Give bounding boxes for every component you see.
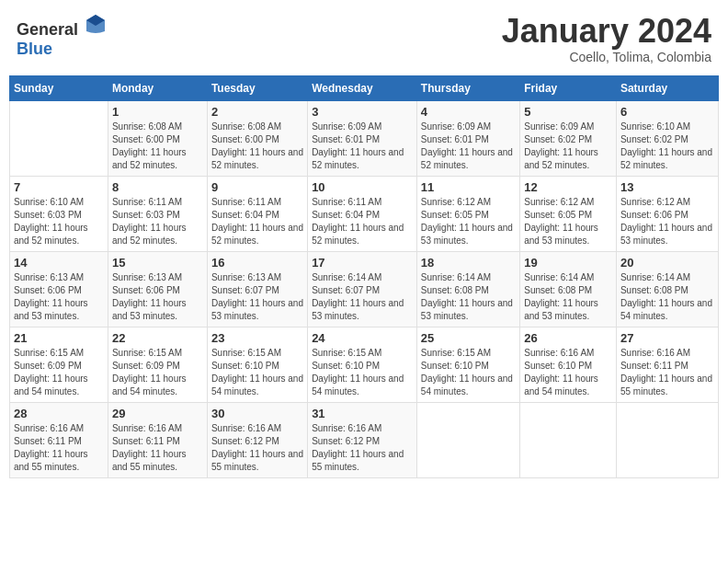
day-number: 26	[524, 331, 612, 345]
column-header-friday: Friday	[520, 75, 617, 100]
calendar-cell: 31Sunrise: 6:16 AMSunset: 6:12 PMDayligh…	[308, 402, 417, 477]
day-number: 21	[14, 331, 104, 345]
calendar-cell: 26Sunrise: 6:16 AMSunset: 6:10 PMDayligh…	[520, 327, 617, 402]
calendar-cell: 18Sunrise: 6:14 AMSunset: 6:08 PMDayligh…	[416, 251, 519, 327]
day-number: 20	[620, 256, 714, 270]
page-header: General Blue January 2024 Coello, Tolima…	[9, 9, 719, 68]
calendar-week-row: 14Sunrise: 6:13 AMSunset: 6:06 PMDayligh…	[10, 251, 719, 327]
calendar-cell: 25Sunrise: 6:15 AMSunset: 6:10 PMDayligh…	[416, 327, 519, 402]
day-number: 24	[312, 331, 413, 345]
calendar-table: SundayMondayTuesdayWednesdayThursdayFrid…	[9, 75, 719, 478]
day-info: Sunrise: 6:16 AMSunset: 6:11 PMDaylight:…	[112, 422, 203, 474]
day-info: Sunrise: 6:15 AMSunset: 6:09 PMDaylight:…	[14, 347, 104, 398]
logo: General Blue	[17, 13, 107, 59]
day-number: 30	[211, 407, 303, 420]
calendar-cell: 8Sunrise: 6:11 AMSunset: 6:03 PMDaylight…	[108, 176, 207, 251]
day-info: Sunrise: 6:16 AMSunset: 6:10 PMDaylight:…	[524, 347, 612, 398]
day-number: 8	[112, 180, 203, 194]
calendar-cell: 27Sunrise: 6:16 AMSunset: 6:11 PMDayligh…	[616, 327, 718, 402]
day-info: Sunrise: 6:15 AMSunset: 6:10 PMDaylight:…	[421, 347, 516, 398]
day-info: Sunrise: 6:15 AMSunset: 6:10 PMDaylight:…	[211, 347, 303, 398]
day-number: 14	[14, 256, 104, 270]
calendar-cell: 15Sunrise: 6:13 AMSunset: 6:06 PMDayligh…	[108, 251, 207, 327]
calendar-cell: 19Sunrise: 6:14 AMSunset: 6:08 PMDayligh…	[520, 251, 617, 327]
day-number: 16	[211, 256, 303, 270]
day-info: Sunrise: 6:13 AMSunset: 6:07 PMDaylight:…	[211, 271, 303, 323]
column-header-monday: Monday	[108, 75, 207, 100]
day-info: Sunrise: 6:16 AMSunset: 6:12 PMDaylight:…	[312, 422, 413, 474]
day-info: Sunrise: 6:12 AMSunset: 6:05 PMDaylight:…	[524, 196, 612, 247]
calendar-cell: 28Sunrise: 6:16 AMSunset: 6:11 PMDayligh…	[10, 402, 108, 477]
day-info: Sunrise: 6:09 AMSunset: 6:01 PMDaylight:…	[421, 121, 516, 172]
day-info: Sunrise: 6:08 AMSunset: 6:00 PMDaylight:…	[211, 121, 303, 172]
calendar-week-row: 28Sunrise: 6:16 AMSunset: 6:11 PMDayligh…	[10, 402, 719, 477]
day-info: Sunrise: 6:14 AMSunset: 6:08 PMDaylight:…	[524, 271, 612, 323]
logo-icon	[85, 13, 107, 35]
column-header-tuesday: Tuesday	[207, 75, 307, 100]
logo-blue: Blue	[17, 40, 52, 58]
calendar-cell: 16Sunrise: 6:13 AMSunset: 6:07 PMDayligh…	[207, 251, 307, 327]
logo-general: General	[17, 20, 78, 39]
calendar-week-row: 1Sunrise: 6:08 AMSunset: 6:00 PMDaylight…	[10, 100, 719, 176]
day-number: 28	[14, 407, 104, 420]
calendar-week-row: 7Sunrise: 6:10 AMSunset: 6:03 PMDaylight…	[10, 176, 719, 251]
day-number: 10	[312, 180, 413, 194]
day-number: 18	[421, 256, 516, 270]
day-info: Sunrise: 6:10 AMSunset: 6:03 PMDaylight:…	[14, 196, 104, 247]
day-number: 17	[312, 256, 413, 270]
calendar-cell: 13Sunrise: 6:12 AMSunset: 6:06 PMDayligh…	[616, 176, 718, 251]
calendar-cell: 6Sunrise: 6:10 AMSunset: 6:02 PMDaylight…	[616, 100, 718, 176]
day-number: 2	[211, 105, 303, 119]
calendar-cell	[520, 402, 617, 477]
column-header-sunday: Sunday	[10, 75, 108, 100]
day-info: Sunrise: 6:11 AMSunset: 6:04 PMDaylight:…	[312, 196, 413, 247]
calendar-cell: 3Sunrise: 6:09 AMSunset: 6:01 PMDaylight…	[308, 100, 417, 176]
day-number: 13	[620, 180, 714, 194]
day-info: Sunrise: 6:16 AMSunset: 6:11 PMDaylight:…	[620, 347, 714, 398]
day-info: Sunrise: 6:12 AMSunset: 6:05 PMDaylight:…	[421, 196, 516, 247]
day-info: Sunrise: 6:15 AMSunset: 6:09 PMDaylight:…	[112, 347, 203, 398]
calendar-cell: 2Sunrise: 6:08 AMSunset: 6:00 PMDaylight…	[207, 100, 307, 176]
calendar-cell: 22Sunrise: 6:15 AMSunset: 6:09 PMDayligh…	[108, 327, 207, 402]
day-number: 4	[421, 105, 516, 119]
day-number: 25	[421, 331, 516, 345]
calendar-cell: 30Sunrise: 6:16 AMSunset: 6:12 PMDayligh…	[207, 402, 307, 477]
day-info: Sunrise: 6:14 AMSunset: 6:08 PMDaylight:…	[421, 271, 516, 323]
calendar-cell: 12Sunrise: 6:12 AMSunset: 6:05 PMDayligh…	[520, 176, 617, 251]
calendar-cell	[416, 402, 519, 477]
column-header-thursday: Thursday	[416, 75, 519, 100]
month-title: January 2024	[502, 13, 711, 50]
calendar-cell: 4Sunrise: 6:09 AMSunset: 6:01 PMDaylight…	[416, 100, 519, 176]
calendar-cell: 20Sunrise: 6:14 AMSunset: 6:08 PMDayligh…	[616, 251, 718, 327]
title-section: January 2024 Coello, Tolima, Colombia	[502, 13, 711, 64]
calendar-cell: 11Sunrise: 6:12 AMSunset: 6:05 PMDayligh…	[416, 176, 519, 251]
calendar-cell: 5Sunrise: 6:09 AMSunset: 6:02 PMDaylight…	[520, 100, 617, 176]
day-number: 3	[312, 105, 413, 119]
day-number: 27	[620, 331, 714, 345]
day-number: 1	[112, 105, 203, 119]
day-number: 12	[524, 180, 612, 194]
day-info: Sunrise: 6:12 AMSunset: 6:06 PMDaylight:…	[620, 196, 714, 247]
calendar-cell: 24Sunrise: 6:15 AMSunset: 6:10 PMDayligh…	[308, 327, 417, 402]
day-info: Sunrise: 6:11 AMSunset: 6:03 PMDaylight:…	[112, 196, 203, 247]
column-header-saturday: Saturday	[616, 75, 718, 100]
day-info: Sunrise: 6:10 AMSunset: 6:02 PMDaylight:…	[620, 121, 714, 172]
day-number: 29	[112, 407, 203, 420]
day-info: Sunrise: 6:15 AMSunset: 6:10 PMDaylight:…	[312, 347, 413, 398]
location: Coello, Tolima, Colombia	[502, 50, 711, 64]
day-info: Sunrise: 6:16 AMSunset: 6:11 PMDaylight:…	[14, 422, 104, 474]
day-info: Sunrise: 6:16 AMSunset: 6:12 PMDaylight:…	[211, 422, 303, 474]
day-number: 23	[211, 331, 303, 345]
column-header-wednesday: Wednesday	[308, 75, 417, 100]
calendar-week-row: 21Sunrise: 6:15 AMSunset: 6:09 PMDayligh…	[10, 327, 719, 402]
calendar-cell: 1Sunrise: 6:08 AMSunset: 6:00 PMDaylight…	[108, 100, 207, 176]
calendar-cell: 21Sunrise: 6:15 AMSunset: 6:09 PMDayligh…	[10, 327, 108, 402]
calendar-cell: 17Sunrise: 6:14 AMSunset: 6:07 PMDayligh…	[308, 251, 417, 327]
day-info: Sunrise: 6:14 AMSunset: 6:08 PMDaylight:…	[620, 271, 714, 323]
day-number: 5	[524, 105, 612, 119]
day-info: Sunrise: 6:09 AMSunset: 6:02 PMDaylight:…	[524, 121, 612, 172]
calendar-cell	[10, 100, 108, 176]
day-number: 22	[112, 331, 203, 345]
calendar-cell: 23Sunrise: 6:15 AMSunset: 6:10 PMDayligh…	[207, 327, 307, 402]
day-info: Sunrise: 6:13 AMSunset: 6:06 PMDaylight:…	[112, 271, 203, 323]
